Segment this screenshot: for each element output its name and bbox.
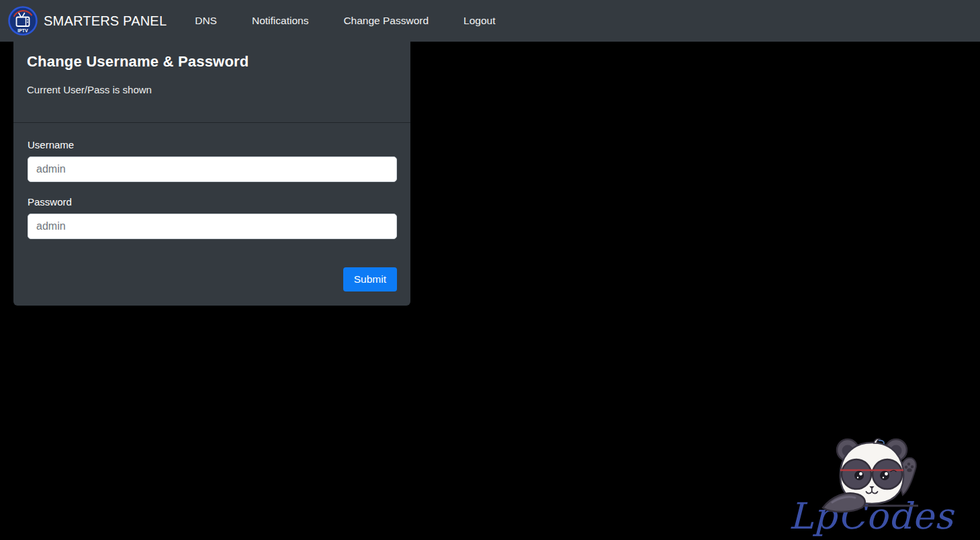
username-input[interactable]	[28, 156, 397, 182]
username-label: Username	[28, 139, 397, 150]
top-navbar: IPTV SMARTERS PANEL DNS Notifications Ch…	[0, 0, 980, 42]
nav-item-change-password[interactable]: Change Password	[326, 1, 446, 40]
svg-text:IPTV: IPTV	[17, 28, 28, 33]
panda-icon	[817, 431, 925, 513]
password-input[interactable]	[28, 214, 397, 239]
watermark: LpCodes	[777, 431, 965, 535]
username-field-group: Username	[28, 139, 397, 182]
change-password-card: Change Username & Password Current User/…	[13, 42, 410, 306]
brand-title: SMARTERS PANEL	[44, 13, 167, 29]
submit-button[interactable]: Submit	[343, 267, 397, 291]
card-subtitle: Current User/Pass is shown	[27, 84, 397, 95]
button-row: Submit	[28, 267, 397, 291]
nav-item-dns[interactable]: DNS	[177, 1, 234, 40]
nav-links: DNS Notifications Change Password Logout	[177, 1, 513, 40]
brand[interactable]: IPTV SMARTERS PANEL	[8, 6, 167, 36]
card-title: Change Username & Password	[27, 53, 397, 71]
iptv-tv-logo-icon: IPTV	[8, 6, 38, 36]
password-field-group: Password	[28, 196, 397, 239]
nav-item-logout[interactable]: Logout	[446, 1, 513, 40]
card-body: Username Password Submit	[13, 123, 410, 306]
nav-item-notifications[interactable]: Notifications	[234, 1, 326, 40]
password-label: Password	[28, 196, 397, 208]
card-header: Change Username & Password Current User/…	[13, 42, 410, 123]
